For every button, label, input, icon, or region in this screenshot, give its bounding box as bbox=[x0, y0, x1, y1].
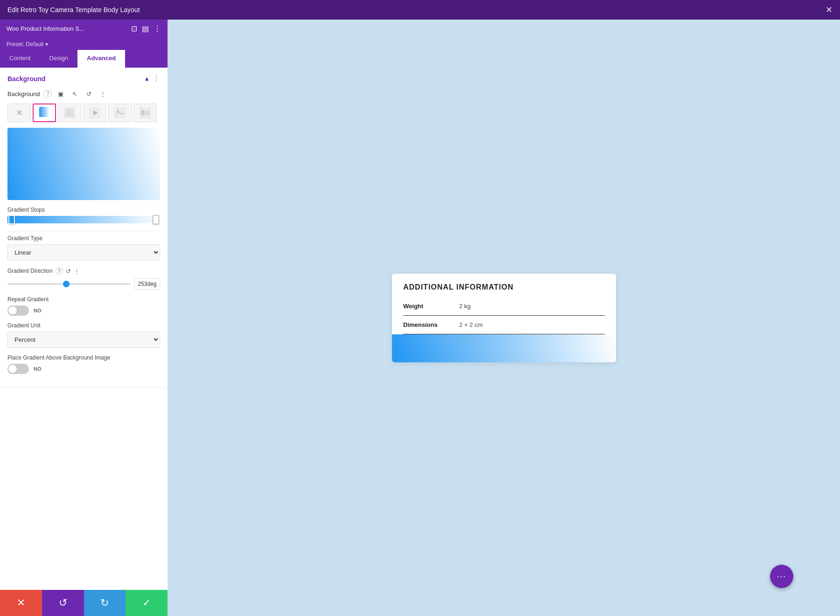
section-controls: ▲ ⋮ bbox=[144, 74, 160, 83]
tab-design[interactable]: Design bbox=[40, 50, 77, 68]
card-header: ADDITIONAL INFORMATION bbox=[392, 274, 616, 297]
save-icon: ✓ bbox=[142, 597, 151, 609]
repeat-toggle-label: NO bbox=[34, 308, 42, 313]
section-header: Background ▲ ⋮ bbox=[7, 74, 160, 83]
weight-label: Weight bbox=[403, 303, 459, 310]
direction-slider-row: 253deg bbox=[7, 278, 160, 290]
bg-type-slideshow[interactable] bbox=[133, 104, 157, 122]
canvas-area: ADDITIONAL INFORMATION Weight 2 kg Dimen… bbox=[168, 20, 840, 616]
gradient-stop-thumb-right[interactable] bbox=[153, 215, 159, 224]
card-body: Weight 2 kg Dimensions 2 × 2 cm bbox=[392, 297, 616, 334]
place-toggle-knob bbox=[8, 365, 17, 373]
background-label: Background bbox=[7, 90, 40, 97]
svg-rect-2 bbox=[66, 109, 73, 117]
responsive-icon[interactable]: ⊡ bbox=[131, 24, 137, 33]
gradient-type-label: Gradient Type bbox=[7, 235, 160, 242]
preset-label[interactable]: Preset: Default ▾ bbox=[7, 41, 48, 48]
collapse-icon[interactable]: ▲ bbox=[144, 75, 150, 82]
save-button[interactable]: ✓ bbox=[126, 590, 168, 616]
gradient-direction-group: Gradient Direction ? ↺ ⋮ 253deg bbox=[7, 267, 160, 290]
gradient-direction-label: Gradient Direction bbox=[7, 268, 53, 274]
bg-type-gradient[interactable] bbox=[33, 104, 56, 122]
background-type-row: ✕ bbox=[7, 104, 160, 122]
bg-type-none[interactable]: ✕ bbox=[7, 104, 31, 122]
gradient-direction-row: Gradient Direction ? ↺ ⋮ bbox=[7, 267, 160, 275]
place-gradient-toggle-row: NO bbox=[7, 364, 160, 374]
background-label-row: Background ? ▣ ↖ ↺ ⋮ bbox=[7, 89, 160, 99]
place-gradient-label: Place Gradient Above Background Image bbox=[7, 354, 160, 361]
place-gradient-toggle[interactable] bbox=[7, 364, 29, 374]
gradient-unit-label: Gradient Unit bbox=[7, 322, 160, 329]
widget-header-icons: ⊡ ▤ ⋮ bbox=[131, 24, 161, 33]
desktop-icon[interactable]: ▣ bbox=[56, 89, 66, 99]
title-bar: Edit Retro Toy Camera Template Body Layo… bbox=[0, 0, 840, 20]
gradient-stop-thumb[interactable] bbox=[8, 215, 15, 224]
cancel-icon: ✕ bbox=[17, 597, 25, 609]
section-menu-icon[interactable]: ⋮ bbox=[153, 74, 160, 83]
cancel-button[interactable]: ✕ bbox=[0, 590, 42, 616]
fab-icon: ··· bbox=[777, 572, 786, 581]
more-icon[interactable]: ⋮ bbox=[154, 24, 161, 33]
bg-type-image[interactable] bbox=[108, 104, 132, 122]
dimensions-label: Dimensions bbox=[403, 321, 459, 328]
card-row-weight: Weight 2 kg bbox=[403, 297, 605, 316]
card-footer bbox=[392, 334, 616, 362]
direction-more-icon[interactable]: ⋮ bbox=[74, 268, 80, 275]
gradient-stops-group: Gradient Stops bbox=[7, 207, 160, 223]
gradient-type-group: Gradient Type Linear Radial bbox=[7, 235, 160, 261]
direction-help-icon[interactable]: ? bbox=[56, 267, 63, 275]
svg-rect-9 bbox=[146, 110, 149, 116]
widget-title: Woo Product Information S... bbox=[7, 25, 127, 32]
direction-value[interactable]: 253deg bbox=[134, 278, 160, 290]
undo-icon[interactable]: ↺ bbox=[84, 89, 94, 99]
section-title: Background bbox=[7, 75, 46, 83]
direction-undo-icon[interactable]: ↺ bbox=[66, 268, 71, 275]
repeat-gradient-group: Repeat Gradient NO bbox=[7, 296, 160, 316]
card-row-dimensions: Dimensions 2 × 2 cm bbox=[403, 316, 605, 334]
place-gradient-group: Place Gradient Above Background Image NO bbox=[7, 354, 160, 374]
gradient-preview bbox=[7, 128, 160, 200]
gradient-stops-label: Gradient Stops bbox=[7, 207, 160, 213]
repeat-toggle-row: NO bbox=[7, 305, 160, 316]
gradient-type-select[interactable]: Linear Radial bbox=[7, 244, 160, 261]
repeat-gradient-toggle[interactable] bbox=[7, 305, 29, 316]
place-toggle-label: NO bbox=[34, 366, 42, 372]
bg-type-video[interactable] bbox=[83, 104, 106, 122]
close-icon[interactable]: ✕ bbox=[826, 5, 833, 15]
direction-slider[interactable] bbox=[7, 283, 131, 285]
content-card: ADDITIONAL INFORMATION Weight 2 kg Dimen… bbox=[392, 274, 616, 362]
dimensions-value: 2 × 2 cm bbox=[459, 321, 483, 328]
tabs-container: Content Design Advanced bbox=[0, 50, 168, 68]
toggle-knob bbox=[8, 306, 17, 315]
redo-button[interactable]: ↻ bbox=[84, 590, 126, 616]
sidebar: Woo Product Information S... ⊡ ▤ ⋮ Prese… bbox=[0, 20, 168, 616]
tab-content[interactable]: Content bbox=[0, 50, 40, 68]
more-options-icon[interactable]: ⋮ bbox=[98, 89, 108, 99]
direction-icons: ? ↺ ⋮ bbox=[56, 267, 80, 275]
bg-type-classic[interactable] bbox=[58, 104, 81, 122]
svg-rect-5 bbox=[115, 108, 125, 118]
redo-icon: ↻ bbox=[100, 597, 109, 609]
gradient-stops-slider[interactable] bbox=[7, 216, 160, 223]
repeat-gradient-label: Repeat Gradient bbox=[7, 296, 160, 303]
svg-rect-8 bbox=[141, 110, 145, 116]
card-title: ADDITIONAL INFORMATION bbox=[403, 283, 605, 291]
gradient-unit-group: Gradient Unit Percent Pixel bbox=[7, 322, 160, 348]
svg-rect-0 bbox=[39, 107, 49, 117]
direction-thumb[interactable] bbox=[63, 281, 70, 287]
settings-icon[interactable]: ▤ bbox=[142, 24, 149, 33]
arrow-icon[interactable]: ↖ bbox=[70, 89, 80, 99]
floating-action-button[interactable]: ··· bbox=[770, 565, 793, 588]
widget-header: Woo Product Information S... ⊡ ▤ ⋮ bbox=[0, 20, 168, 38]
gradient-unit-select[interactable]: Percent Pixel bbox=[7, 332, 160, 348]
background-section: Background ▲ ⋮ Background ? ▣ ↖ ↺ ⋮ ✕ bbox=[0, 68, 168, 388]
undo-icon: ↺ bbox=[59, 597, 67, 609]
bottom-toolbar: ✕ ↺ ↻ ✓ bbox=[0, 590, 168, 616]
undo-button[interactable]: ↺ bbox=[42, 590, 84, 616]
help-icon[interactable]: ? bbox=[43, 90, 52, 98]
tab-advanced[interactable]: Advanced bbox=[77, 50, 125, 68]
weight-value: 2 kg bbox=[459, 303, 471, 310]
title-bar-text: Edit Retro Toy Camera Template Body Layo… bbox=[7, 6, 140, 14]
